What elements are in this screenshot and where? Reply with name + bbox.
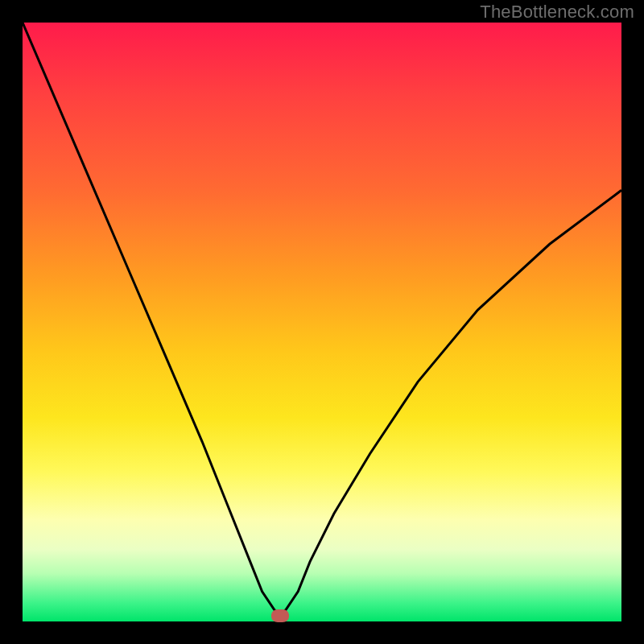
watermark-label: TheBottleneck.com: [480, 2, 634, 23]
bottleneck-curve-path: [23, 23, 621, 616]
curve-svg: [23, 23, 621, 621]
chart-frame: TheBottleneck.com: [0, 0, 644, 644]
plot-area: [23, 23, 621, 621]
optimal-point-marker: [271, 609, 289, 622]
